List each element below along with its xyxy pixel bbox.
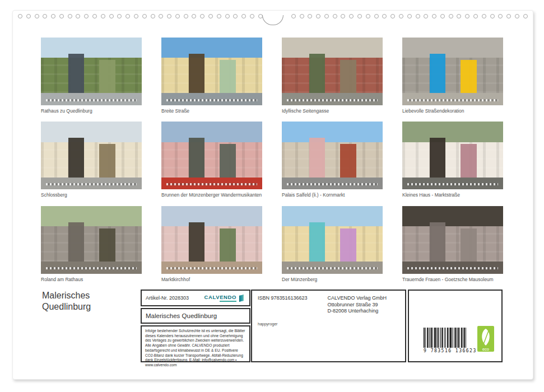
photo-building-region: [161, 142, 262, 178]
binding-hole: [374, 14, 379, 18]
photo-date-strip: [407, 183, 498, 185]
binding-hole: [390, 14, 395, 18]
photo-caption: Der Münzenberg: [282, 277, 383, 282]
binding-hole: [300, 14, 304, 18]
photo-accent-1: [189, 222, 205, 262]
photo-sky-region: [282, 38, 383, 59]
binding-hole: [424, 14, 428, 18]
article-number: Artikel-Nr. 2028303: [146, 295, 189, 301]
photo-accent-1: [189, 138, 205, 177]
binding-hole: [241, 14, 246, 18]
isbn-number: ISBN 9783516136623: [258, 295, 308, 315]
binding-hole: [333, 14, 337, 18]
calvendo-wordmark: CALVENDO: [204, 294, 236, 300]
photo-building-region: [402, 142, 503, 178]
photo-building-region: [41, 58, 142, 93]
photo-caption: Roland am Rathaus: [41, 277, 142, 282]
photo-thumbnail: [41, 38, 142, 105]
photo-date-strip: [287, 183, 378, 185]
photo-thumbnail: [41, 122, 142, 189]
binding-hole: [59, 14, 64, 18]
photo-thumbnail: [161, 206, 262, 274]
binding-hole: [51, 14, 55, 18]
binding-hole: [217, 14, 221, 18]
photo-caption: Marktkirchhof: [161, 277, 262, 282]
photo-accent-1: [309, 138, 326, 177]
photo-caption: Liebevolle Straßendekoration: [402, 109, 503, 114]
photo-building-region: [161, 226, 262, 262]
binding-hole: [151, 14, 155, 18]
photo-building-region: [41, 226, 142, 262]
hanger-notch: [262, 15, 283, 25]
gallery-item: Kleines Haus - Marktstraße: [402, 122, 503, 198]
binding-hole: [316, 14, 320, 18]
page-title-line2: Quedlinburg: [42, 301, 91, 312]
binding-hole: [341, 14, 345, 18]
binding-hole: [449, 14, 453, 18]
binding-hole: [134, 14, 138, 18]
gallery-item: Brunnen der Münzenberger Wandermusikante…: [161, 122, 262, 198]
photo-sky-region: [161, 122, 262, 143]
binding-hole: [349, 14, 354, 18]
photo-sky-region: [161, 38, 262, 59]
photo-accent-1: [68, 222, 85, 262]
photo-sky-region: [402, 206, 503, 228]
photo-date-strip: [287, 99, 378, 101]
eco-logo: eco: [477, 326, 494, 352]
photo-sky-region: [41, 206, 142, 228]
barcode: 9 783516 136623: [424, 328, 477, 353]
photo-accent-2: [99, 144, 115, 177]
photo-thumbnail: [402, 38, 503, 105]
photo-accent-2: [461, 144, 477, 177]
photo-caption: Idyllische Seitengasse: [282, 109, 383, 114]
photo-caption: Breite Straße: [161, 109, 262, 114]
photo-building-region: [41, 142, 142, 178]
binding-hole: [407, 14, 412, 18]
author-name: happyroger: [258, 322, 399, 326]
photo-sky-region: [282, 122, 383, 143]
gallery-item: Roland am Rathaus: [41, 206, 142, 282]
binding-hole: [308, 14, 312, 18]
binding-hole: [233, 14, 238, 18]
publisher-box: ISBN 9783516136623 CALVENDO Verlag GmbH …: [251, 290, 406, 362]
photo-sky-region: [402, 122, 503, 143]
photo-building-region: [161, 58, 262, 93]
photo-thumbnail: [282, 38, 383, 105]
photo-accent-2: [220, 144, 236, 177]
photo-date-strip: [407, 267, 498, 269]
photo-accent-2: [220, 60, 236, 93]
photo-building-region: [282, 226, 383, 262]
binding-hole: [416, 14, 420, 18]
photo-building-region: [282, 142, 383, 178]
photo-thumbnail: [161, 38, 262, 105]
photo-thumbnail: [282, 122, 383, 189]
binding-hole: [26, 14, 31, 18]
photo-date-strip: [46, 99, 137, 101]
photo-building-region: [402, 226, 503, 262]
binding-hole: [324, 14, 329, 18]
photo-accent-1: [309, 222, 326, 262]
publisher-name: CALVENDO Verlag GmbH: [328, 295, 387, 302]
photo-date-strip: [287, 267, 378, 269]
binding-hole: [399, 14, 403, 18]
gallery-item: Rathaus zu Quedlinburg: [41, 38, 142, 114]
photo-accent-1: [68, 54, 85, 93]
binding-hole: [43, 14, 47, 18]
binding-hole: [225, 14, 230, 18]
photo-accent-2: [340, 144, 356, 177]
binding-hole: [208, 14, 213, 18]
binding-hole: [84, 14, 89, 18]
gallery-item: Idyllische Seitengasse: [282, 38, 383, 114]
photo-building-region: [282, 58, 383, 93]
gallery-grid: Rathaus zu Quedlinburg Breite Straße Idy…: [41, 38, 503, 282]
binding-hole: [159, 14, 163, 18]
photo-accent-1: [309, 54, 326, 93]
binding-hole: [109, 14, 114, 18]
binding-hole: [92, 14, 97, 18]
publisher-address: CALVENDO Verlag GmbH Ottobrunner Straße …: [328, 295, 387, 315]
binding-hole: [465, 14, 469, 18]
photo-sky-region: [161, 206, 262, 228]
binding-hole: [184, 14, 188, 18]
photo-accent-2: [461, 228, 477, 262]
binding-hole: [117, 14, 122, 18]
